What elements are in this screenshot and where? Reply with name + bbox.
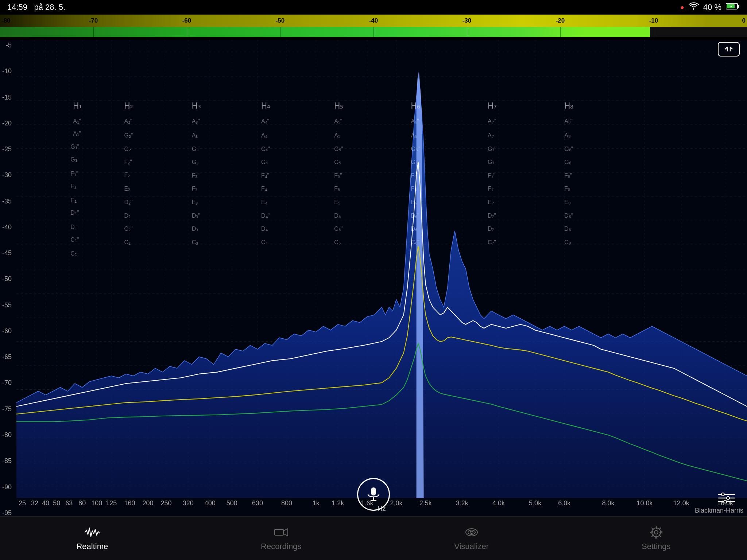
y-label-neg95: -95 (0, 510, 15, 516)
svg-text:E₄: E₄ (261, 199, 267, 205)
x-label-1k: 1k (313, 499, 320, 507)
status-left: 14:59 på 28. 5. (7, 3, 65, 12)
status-right: ● 40 % (680, 2, 740, 12)
y-label-neg5: -5 (0, 42, 15, 48)
svg-text:C₆": C₆" (411, 239, 419, 245)
x-label-200: 200 (143, 499, 154, 507)
x-label-100: 100 (91, 499, 102, 507)
svg-text:D₄": D₄" (261, 212, 270, 218)
meter-bar-fill (0, 27, 650, 37)
nav-label-realtime: Realtime (76, 542, 108, 551)
svg-rect-1 (738, 5, 739, 8)
x-label-40: 40 (42, 499, 49, 507)
date-label: på 28. 5. (34, 3, 65, 12)
wifi-dot-icon: ● (680, 4, 684, 11)
x-label-25: 25 (19, 499, 26, 507)
svg-text:E₈: E₈ (564, 199, 570, 205)
settings-icon (648, 526, 664, 539)
svg-point-153 (654, 530, 658, 534)
nav-item-realtime[interactable]: Realtime (65, 522, 119, 555)
y-label-neg60: -60 (0, 328, 15, 334)
meter-bar (0, 27, 747, 37)
svg-text:F₇: F₇ (488, 185, 494, 192)
svg-point-152 (470, 531, 473, 533)
svg-point-146 (721, 493, 724, 496)
svg-text:F₈": F₈" (564, 172, 572, 178)
battery-icon (726, 2, 740, 12)
microphone-button[interactable] (357, 478, 390, 511)
svg-text:G₅: G₅ (334, 159, 341, 165)
svg-text:F₅: F₅ (334, 185, 340, 192)
svg-rect-149 (275, 529, 283, 535)
y-label-neg25: -25 (0, 146, 15, 152)
svg-text:D₄: D₄ (261, 225, 267, 232)
svg-text:A₇: A₇ (488, 132, 494, 139)
svg-text:A₂": A₂" (124, 118, 132, 124)
svg-text:C₅": C₅" (334, 225, 342, 232)
svg-point-151 (468, 530, 475, 534)
svg-text:F₄: F₄ (261, 185, 267, 192)
realtime-icon (84, 526, 100, 539)
svg-text:C₅: C₅ (334, 239, 340, 245)
svg-text:G₁: G₁ (70, 156, 77, 163)
svg-text:D₃: D₃ (192, 225, 198, 232)
svg-text:D₃": D₃" (192, 212, 200, 218)
svg-text:A₅: A₅ (334, 132, 340, 139)
filter-button[interactable] (717, 491, 736, 505)
nav-label-recordings: Recordings (261, 542, 301, 551)
x-label-4k: 4.0k (492, 499, 505, 507)
nav-item-recordings[interactable]: Recordings (250, 522, 312, 555)
svg-text:G₄: G₄ (261, 159, 268, 165)
svg-text:D₁": D₁" (70, 209, 79, 216)
svg-text:D₅: D₅ (334, 212, 340, 218)
spectrum-fill-path (16, 78, 747, 498)
svg-text:G₇": G₇" (488, 145, 496, 152)
nav-label-settings: Settings (642, 542, 671, 551)
svg-text:A₃": A₃" (192, 118, 200, 124)
status-bar: 14:59 på 28. 5. ● 40 % (0, 0, 747, 15)
x-label-1.2k: 1.2k (332, 499, 344, 507)
x-label-320: 320 (183, 499, 194, 507)
x-label-3.2k: 3.2k (456, 499, 468, 507)
y-label-neg45: -45 (0, 250, 15, 256)
y-label-neg10: -10 (0, 68, 15, 74)
nav-item-visualizer[interactable]: Visualizer (443, 522, 500, 555)
expand-button[interactable] (718, 42, 740, 57)
svg-rect-140 (371, 487, 376, 495)
svg-text:E₃: E₃ (192, 199, 198, 205)
svg-text:F₁: F₁ (70, 183, 76, 189)
y-label-neg90: -90 (0, 484, 15, 490)
x-label-250: 250 (161, 499, 172, 507)
y-label-neg20: -20 (0, 120, 15, 127)
x-label-400: 400 (205, 499, 216, 507)
svg-point-147 (727, 497, 729, 499)
x-label-32: 32 (31, 499, 38, 507)
nav-label-visualizer: Visualizer (454, 542, 489, 551)
y-label-neg55: -55 (0, 302, 15, 308)
svg-text:C₁": C₁" (70, 236, 79, 242)
svg-text:F₃": F₃" (192, 172, 200, 178)
level-meters: -80 -70 -60 -50 -40 -30 -20 -10 0 (0, 15, 747, 40)
svg-text:D₇": D₇" (488, 212, 496, 218)
x-label-50: 50 (53, 499, 60, 507)
spectrum-visualization: H₁ A₁" A₁" G₁" G₁ F₁" F₁ E₁ D₁" D₁ C₁" C… (16, 40, 747, 498)
svg-text:E₅: E₅ (334, 199, 340, 205)
spectrum-area: -5 -10 -15 -20 -25 -30 -35 -40 -45 -50 -… (0, 40, 747, 516)
svg-text:A₃: A₃ (192, 132, 198, 139)
svg-text:E₂: E₂ (124, 185, 130, 192)
svg-text:G₂: G₂ (124, 145, 131, 152)
note-h1: H₁ (73, 101, 82, 111)
nav-item-settings[interactable]: Settings (631, 522, 682, 555)
x-label-8k: 8.0k (602, 499, 614, 507)
x-label-160: 160 (124, 499, 135, 507)
svg-text:H₃: H₃ (192, 101, 201, 111)
svg-point-148 (724, 500, 727, 503)
x-label-2.5k: 2.5k (419, 499, 432, 507)
svg-text:A₆": A₆" (411, 118, 419, 124)
svg-text:G₄": G₄" (261, 145, 270, 152)
y-label-neg75: -75 (0, 406, 15, 412)
svg-text:E₆: E₆ (411, 199, 417, 205)
svg-text:G₁": G₁" (70, 143, 79, 150)
time-label: 14:59 (7, 3, 27, 12)
y-label-neg80: -80 (0, 432, 15, 438)
